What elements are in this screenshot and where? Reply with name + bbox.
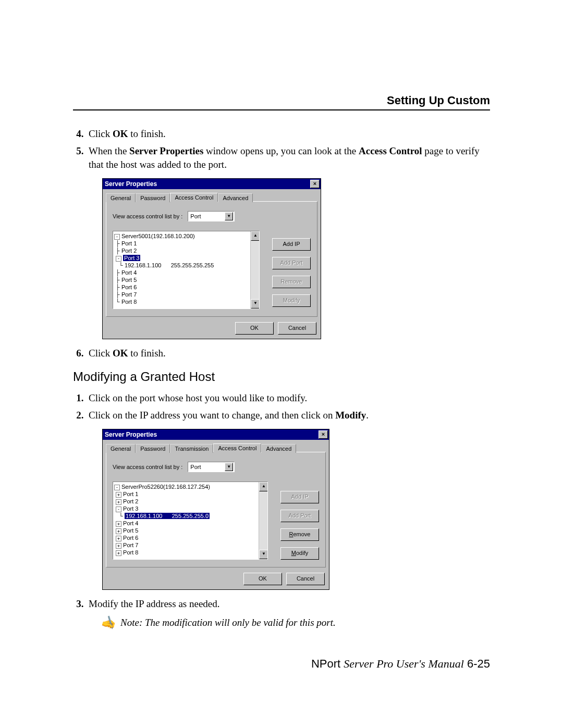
manual-page: Setting Up Custom Click OK to finish. Wh… <box>0 0 563 728</box>
combo-value: Port <box>190 213 201 219</box>
tree-port[interactable]: Port 6 <box>123 535 138 541</box>
view-by-select[interactable]: Port ▼ <box>188 462 235 472</box>
step-4: Click OK to finish. <box>89 127 490 141</box>
tree-port[interactable]: Port 4 <box>123 520 138 526</box>
tab-advanced[interactable]: Advanced <box>218 193 253 202</box>
modify-button[interactable]: Modify <box>280 547 319 560</box>
tab-panel: View access control list by : Port ▼ -Se… <box>106 452 326 567</box>
view-label: View access control list by : <box>113 464 182 470</box>
steps-list-c: Click on the port whose host you would l… <box>89 391 490 422</box>
tab-password[interactable]: Password <box>136 444 170 453</box>
tree-port[interactable]: Port 5 <box>123 527 138 534</box>
steps-list-d: Modify the IP address as needed. <box>89 597 490 611</box>
scroll-up-icon[interactable]: ▲ <box>251 231 260 241</box>
add-port-button: Add Port <box>280 510 319 522</box>
tab-access-control[interactable]: Access Control <box>213 443 261 452</box>
section-header: Setting Up Custom <box>73 94 490 107</box>
scrollbar[interactable]: ▲ ▼ <box>250 231 259 309</box>
close-icon[interactable]: × <box>310 180 320 188</box>
chevron-down-icon[interactable]: ▼ <box>225 463 233 471</box>
scroll-down-icon[interactable]: ▼ <box>259 550 268 559</box>
scroll-up-icon[interactable]: ▲ <box>259 482 268 491</box>
tree-ip[interactable]: 192.168.1.100 <box>125 262 161 268</box>
tree-root[interactable]: ServerPro52260(192.168.127.254) <box>121 484 210 490</box>
tree-root[interactable]: Server5001(192.168.10.200) <box>121 233 195 239</box>
add-port-button: Add Port <box>272 257 311 269</box>
tree-port[interactable]: Port 1 <box>121 240 137 246</box>
header-rule <box>73 109 490 110</box>
section-title: Modifying a Granted Host <box>73 369 490 384</box>
cancel-button[interactable]: Cancel <box>286 573 325 585</box>
add-ip-button: Add IP <box>280 491 319 503</box>
tab-strip: General Password Transmission Access Con… <box>103 440 329 452</box>
step-6: Click OK to finish. <box>89 347 490 361</box>
tab-password[interactable]: Password <box>136 193 170 202</box>
step-c1: Click on the port whose host you would l… <box>89 391 490 405</box>
modify-button: Modify <box>272 294 311 307</box>
dialog-titlebar[interactable]: Server Properties × <box>103 429 329 440</box>
tab-transmission[interactable]: Transmission <box>170 444 213 453</box>
ok-button[interactable]: OK <box>243 573 282 585</box>
tree-ip-selected[interactable]: 192.168.1.100 <box>126 513 162 519</box>
tree-port[interactable]: Port 7 <box>121 291 137 298</box>
steps-list-b: Click OK to finish. <box>89 347 490 361</box>
ok-button[interactable]: OK <box>235 322 274 335</box>
tab-strip: General Password Access Control Advanced <box>103 189 321 201</box>
tab-advanced[interactable]: Advanced <box>261 444 296 453</box>
steps-list-a: Click OK to finish. When the Server Prop… <box>89 127 490 172</box>
close-icon[interactable]: × <box>319 430 328 439</box>
tab-general[interactable]: General <box>106 193 136 202</box>
tree-port[interactable]: Port 2 <box>123 498 138 504</box>
tree-port[interactable]: Port 5 <box>121 277 137 283</box>
tab-panel: View access control list by : Port ▼ -Se… <box>106 201 317 317</box>
write-icon: ✍ <box>101 615 118 631</box>
step-5: When the Server Properties window opens … <box>89 144 490 172</box>
tree-port[interactable]: Port 7 <box>123 542 138 548</box>
step-c2: Click on the IP address you want to chan… <box>89 409 490 423</box>
dialog-title: Server Properties <box>105 431 157 438</box>
cancel-button[interactable]: Cancel <box>278 322 316 335</box>
page-footer: NPort Server Pro User's Manual 6-25 <box>311 657 490 671</box>
tab-access-control[interactable]: Access Control <box>170 193 218 202</box>
tab-general[interactable]: General <box>106 444 136 453</box>
view-by-select[interactable]: Port ▼ <box>188 211 235 221</box>
chevron-down-icon[interactable]: ▼ <box>225 212 233 220</box>
tree-port[interactable]: Port 1 <box>123 491 138 497</box>
tree-port[interactable]: Port 3 <box>123 505 138 512</box>
combo-value: Port <box>190 464 201 470</box>
tree-mask: 255.255.255.0 <box>172 513 209 519</box>
access-list-tree[interactable]: -Server5001(192.168.10.200) ├ Port 1 ├ P… <box>113 231 260 309</box>
step-d3: Modify the IP address as needed. <box>89 597 490 611</box>
scrollbar[interactable]: ▲ ▼ <box>259 482 267 559</box>
remove-button: Remove <box>272 276 311 288</box>
server-properties-dialog-2: Server Properties × General Password Tra… <box>102 429 329 590</box>
server-properties-dialog-1: Server Properties × General Password Acc… <box>102 178 321 339</box>
note-text: Note: The modification will only be vali… <box>120 617 336 628</box>
tree-port-selected[interactable]: Port 3 <box>123 255 140 261</box>
tree-port[interactable]: Port 8 <box>121 299 137 305</box>
view-label: View access control list by : <box>113 213 182 219</box>
scroll-down-icon[interactable]: ▼ <box>251 299 260 309</box>
tree-port[interactable]: Port 8 <box>123 549 138 556</box>
note: ✍ Note: The modification will only be va… <box>102 617 490 628</box>
tree-port[interactable]: Port 4 <box>121 269 137 276</box>
tree-port[interactable]: Port 2 <box>121 248 137 254</box>
tree-port[interactable]: Port 6 <box>121 284 137 290</box>
tree-mask: 255.255.255.255 <box>171 262 214 268</box>
access-list-tree[interactable]: -ServerPro52260(192.168.127.254) +Port 1… <box>113 482 268 560</box>
add-ip-button[interactable]: Add IP <box>272 238 311 251</box>
remove-button[interactable]: Remove <box>280 528 319 541</box>
dialog-title: Server Properties <box>105 180 157 188</box>
dialog-titlebar[interactable]: Server Properties × <box>103 179 321 189</box>
